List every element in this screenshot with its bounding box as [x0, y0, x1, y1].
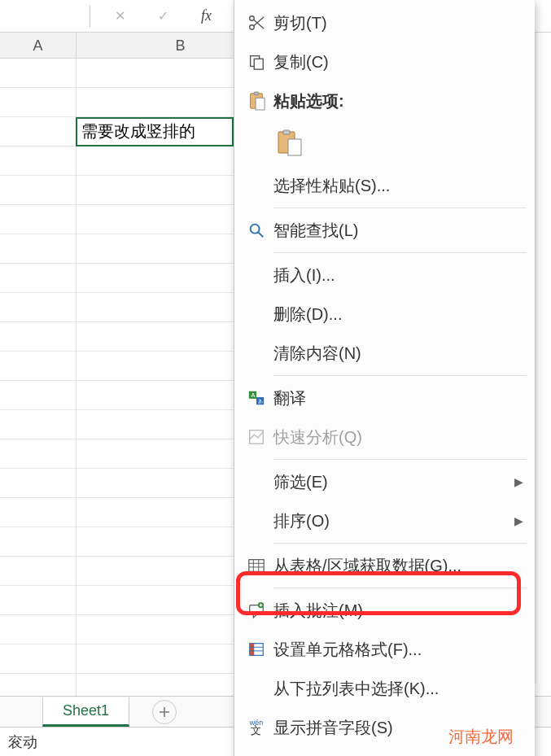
menu-cut[interactable]: 剪切(T) — [234, 3, 535, 42]
svg-rect-16 — [249, 560, 264, 572]
cell[interactable] — [0, 645, 77, 674]
svg-rect-3 — [254, 59, 263, 69]
menu-label: 删除(D)... — [273, 304, 528, 326]
translate-icon: Aあ — [239, 389, 273, 407]
clipboard-icon — [239, 91, 273, 111]
format-cells-icon — [239, 640, 273, 658]
menu-paste-special[interactable]: 选择性粘贴(S)... — [234, 166, 535, 205]
svg-rect-5 — [254, 92, 259, 95]
menu-sort[interactable]: 排序(O) ▶ — [234, 501, 535, 540]
cell[interactable] — [0, 88, 77, 117]
cell[interactable] — [0, 293, 77, 322]
comment-icon — [239, 601, 273, 619]
cell[interactable] — [0, 59, 77, 88]
cell[interactable] — [0, 439, 77, 469]
copy-icon — [239, 53, 273, 71]
cell[interactable] — [0, 469, 77, 498]
svg-point-1 — [250, 16, 255, 21]
menu-label: 插入(I)... — [273, 264, 528, 286]
svg-text:A: A — [251, 391, 256, 399]
cell[interactable] — [0, 146, 77, 176]
search-icon — [239, 221, 273, 239]
menu-label: 从下拉列表中选择(K)... — [273, 678, 528, 700]
confirm-formula-button[interactable]: ✓ — [150, 8, 177, 24]
menu-separator — [273, 459, 527, 460]
status-text: 衮动 — [8, 732, 37, 752]
menu-label: 快速分析(Q) — [273, 426, 528, 448]
chevron-right-icon: ▶ — [514, 475, 523, 488]
menu-separator — [273, 375, 527, 376]
menu-copy[interactable]: 复制(C) — [234, 42, 535, 81]
svg-rect-9 — [288, 139, 301, 155]
menu-smart-lookup[interactable]: 智能查找(L) — [234, 211, 535, 250]
pinyin-icon: wén文 — [239, 719, 273, 736]
menu-quick-analysis: 快速分析(Q) — [234, 417, 535, 457]
table-icon — [239, 557, 273, 575]
menu-label: 智能查找(L) — [273, 220, 528, 242]
menu-insert[interactable]: 插入(I)... — [234, 256, 535, 295]
add-sheet-button[interactable] — [152, 700, 177, 724]
cell[interactable] — [0, 527, 77, 557]
svg-rect-6 — [256, 98, 265, 110]
sheet-tab-1[interactable]: Sheet1 — [42, 697, 129, 727]
cell-content: 需要改成竖排的 — [81, 122, 195, 140]
quick-analysis-icon — [239, 428, 273, 446]
paste-options-row — [234, 120, 535, 166]
chevron-right-icon: ▶ — [514, 514, 523, 527]
menu-get-data[interactable]: 从表格/区域获取数据(G)... — [234, 546, 535, 585]
menu-label: 剪切(T) — [273, 12, 528, 34]
plus-icon — [158, 706, 171, 719]
cell[interactable] — [0, 205, 77, 234]
menu-separator — [273, 208, 527, 208]
right-edge-column — [535, 33, 551, 684]
menu-pick-from-list[interactable]: 从下拉列表中选择(K)... — [234, 669, 535, 708]
menu-label: 复制(C) — [273, 51, 528, 73]
menu-filter[interactable]: 筛选(E) ▶ — [234, 462, 535, 501]
cell[interactable] — [0, 352, 77, 381]
cell[interactable] — [0, 234, 77, 264]
menu-delete[interactable]: 删除(D)... — [234, 295, 535, 334]
cell[interactable] — [0, 381, 77, 410]
menu-paste-options-header: 粘贴选项: — [234, 81, 535, 120]
menu-separator — [273, 252, 527, 253]
paste-option-default[interactable] — [273, 127, 306, 160]
menu-clear[interactable]: 清除内容(N) — [234, 334, 535, 373]
menu-format-cells[interactable]: 设置单元格格式(F)... — [234, 630, 535, 669]
svg-point-0 — [250, 25, 255, 30]
context-menu: 剪切(T) 复制(C) 粘贴选项: 选择性粘贴(S)... 智能查找(L) 插入… — [234, 0, 535, 756]
cell[interactable] — [0, 322, 77, 352]
menu-label: 从表格/区域获取数据(G)... — [273, 555, 528, 577]
menu-label: 排序(O) — [273, 510, 514, 532]
menu-define-name[interactable]: 定义名称(A)... — [234, 747, 535, 756]
menu-insert-comment[interactable]: 插入批注(M) — [234, 591, 535, 630]
cell[interactable] — [0, 498, 77, 527]
menu-label: 清除内容(N) — [273, 343, 528, 365]
separator — [90, 5, 90, 28]
menu-translate[interactable]: Aあ 翻译 — [234, 378, 535, 417]
menu-separator — [273, 543, 527, 544]
svg-point-10 — [251, 225, 260, 234]
cell[interactable] — [0, 410, 77, 439]
menu-label: 插入批注(M) — [273, 600, 528, 622]
cell[interactable] — [0, 264, 77, 293]
watermark-text: 河南龙网 — [448, 726, 514, 748]
paste-icon — [277, 129, 303, 157]
svg-rect-20 — [250, 644, 255, 656]
scissors-icon — [239, 14, 273, 32]
cell[interactable] — [0, 557, 77, 586]
cell[interactable] — [0, 176, 77, 205]
svg-text:あ: あ — [258, 398, 263, 404]
cell[interactable] — [0, 586, 77, 615]
menu-label: 设置单元格格式(F)... — [273, 639, 528, 661]
fx-button[interactable]: fx — [193, 7, 220, 24]
cancel-formula-button[interactable]: ✕ — [107, 8, 133, 24]
menu-label: 粘贴选项: — [273, 90, 528, 112]
col-header-A[interactable]: A — [0, 33, 77, 59]
cell[interactable] — [0, 117, 77, 146]
menu-label: 翻译 — [273, 387, 528, 409]
svg-rect-8 — [283, 130, 290, 134]
menu-label: 选择性粘贴(S)... — [273, 175, 528, 197]
menu-separator — [273, 588, 527, 588]
menu-label: 筛选(E) — [273, 471, 514, 493]
cell[interactable] — [0, 615, 77, 645]
